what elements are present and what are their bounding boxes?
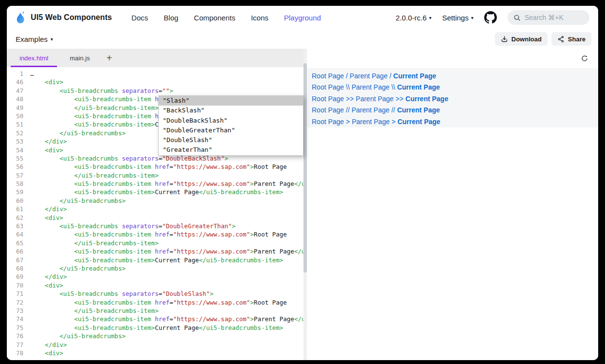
- code-line[interactable]: 1…: [7, 70, 303, 78]
- download-button[interactable]: Download: [495, 32, 548, 46]
- code-line[interactable]: 76 </ui5-breadcrumbs>: [7, 332, 303, 340]
- line-number: 51: [7, 120, 23, 128]
- breadcrumb-current: Current Page: [405, 95, 448, 103]
- code-line[interactable]: 47 <ui5-breadcrumbs separators="">: [7, 87, 303, 95]
- code-line[interactable]: 59 <ui5-breadcrumbs-item>Current Page</u…: [7, 188, 303, 196]
- tab-main.js[interactable]: main.js: [59, 49, 100, 67]
- breadcrumb-separator: /: [388, 72, 394, 80]
- breadcrumb-link[interactable]: Parent Page: [352, 106, 390, 114]
- code-line[interactable]: 75 <ui5-breadcrumbs-item>Current Page</u…: [7, 324, 303, 332]
- code-line[interactable]: 73 </ui5-breadcrumbs-item>: [7, 307, 303, 315]
- code-line[interactable]: 64 <ui5-breadcrumbs-item href="https://w…: [7, 230, 303, 238]
- examples-label: Examples: [16, 35, 48, 43]
- ui5-flame-logo-icon: [16, 11, 26, 24]
- tab-index.html[interactable]: index.html: [9, 49, 59, 67]
- code-line[interactable]: 61 </div>: [7, 205, 303, 213]
- code-line[interactable]: 46 <div>: [7, 78, 303, 86]
- autocomplete-item[interactable]: "GreaterThan": [159, 145, 303, 155]
- code-line[interactable]: 65 </ui5-breadcrumbs-item>: [7, 239, 303, 247]
- code-text: <ui5-breadcrumbs separators="DoubleGreat…: [30, 222, 236, 230]
- autocomplete-item[interactable]: "DoubleGreaterThan": [159, 126, 303, 135]
- refresh-button[interactable]: [580, 54, 589, 63]
- code-line[interactable]: 58 <ui5-breadcrumbs-item href="https://w…: [7, 180, 303, 188]
- examples-bar: Examples ▾ Download Share: [7, 29, 598, 49]
- code-line[interactable]: 66 <ui5-breadcrumbs-item href="https://w…: [7, 247, 303, 255]
- line-number: 60: [7, 197, 23, 205]
- header-nav: DocsBlogComponentsIconsPlayground: [132, 14, 321, 22]
- line-number: 54: [7, 146, 23, 154]
- code-line[interactable]: 56 <ui5-breadcrumbs-item href="https://w…: [7, 163, 303, 171]
- search-icon: [513, 14, 521, 21]
- line-number: 62: [7, 214, 23, 222]
- settings-menu[interactable]: Settings ▾: [442, 14, 473, 22]
- nav-item-components[interactable]: Components: [194, 14, 235, 22]
- preview-toolbar: [307, 49, 598, 68]
- line-number: 73: [7, 307, 23, 315]
- code-line[interactable]: 68 </ui5-breadcrumbs>: [7, 264, 303, 273]
- code-text: </ui5-breadcrumbs>: [30, 332, 126, 340]
- code-line[interactable]: 70 <div>: [7, 281, 303, 290]
- code-text: <ui5-breadcrumbs-item href="https://www.…: [30, 315, 303, 323]
- code-text: </ui5-breadcrumbs-item>: [30, 239, 158, 247]
- code-text: <ui5-breadcrumbs-item href="https://www.…: [30, 163, 287, 171]
- app-header: UI5 Web Components DocsBlogComponentsIco…: [7, 6, 598, 29]
- autocomplete-item[interactable]: "DoubleBackSlash": [159, 116, 303, 126]
- code-text: </ui5-breadcrumbs>: [30, 129, 126, 137]
- line-number: 59: [7, 188, 23, 196]
- breadcrumb-separator: \\: [390, 83, 397, 91]
- editor-scrollbar[interactable]: [303, 63, 307, 273]
- github-icon[interactable]: [484, 11, 497, 24]
- code-text: <ui5-breadcrumbs-item>Current Page</ui5-…: [30, 256, 283, 264]
- code-text: </ui5-breadcrumbs-item>: [30, 104, 158, 112]
- code-text: </ui5-breadcrumbs-item>: [30, 307, 158, 315]
- share-label: Share: [568, 36, 586, 43]
- line-number: 50: [7, 112, 23, 120]
- version-menu[interactable]: 2.0.0-rc.6 ▾: [396, 14, 431, 22]
- search-input[interactable]: [525, 14, 583, 21]
- breadcrumb-link[interactable]: Root Page: [312, 83, 344, 91]
- breadcrumb-link[interactable]: Parent Page: [352, 83, 390, 91]
- code-text: <ui5-breadcrumbs-item href="https://www.…: [30, 298, 287, 307]
- code-line[interactable]: 63 <ui5-breadcrumbs separators="DoubleGr…: [7, 222, 303, 230]
- preview-content: Root Page / Parent Page / Current PageRo…: [307, 68, 598, 127]
- autocomplete-item[interactable]: "Slash": [159, 96, 303, 106]
- code-line[interactable]: 67 <ui5-breadcrumbs-item>Current Page</u…: [7, 256, 303, 264]
- nav-item-playground[interactable]: Playground: [284, 14, 321, 22]
- line-number: 58: [7, 180, 23, 188]
- nav-item-docs[interactable]: Docs: [132, 14, 148, 22]
- breadcrumb-link[interactable]: Root Page: [312, 106, 344, 114]
- breadcrumb-separator: //: [344, 106, 352, 114]
- autocomplete-item[interactable]: "BackSlash": [159, 106, 303, 115]
- brand[interactable]: UI5 Web Components: [16, 11, 112, 24]
- breadcrumb-link[interactable]: Root Page: [312, 72, 344, 80]
- examples-menu[interactable]: Examples ▾: [16, 35, 53, 43]
- breadcrumb-link[interactable]: Parent Page: [352, 118, 390, 126]
- breadcrumb-link[interactable]: Parent Page: [350, 72, 388, 80]
- caret-down-icon: ▾: [429, 15, 432, 20]
- code-line[interactable]: 62 <div>: [7, 214, 303, 222]
- breadcrumb-link[interactable]: Parent Page: [356, 95, 394, 103]
- nav-item-icons[interactable]: Icons: [251, 14, 268, 22]
- nav-item-blog[interactable]: Blog: [164, 14, 178, 22]
- code-line[interactable]: 77 </div>: [7, 341, 303, 349]
- pane-divider[interactable]: [303, 49, 307, 360]
- share-button[interactable]: Share: [551, 32, 591, 46]
- add-tab-button[interactable]: +: [100, 49, 118, 67]
- code-line[interactable]: 60 </ui5-breadcrumbs>: [7, 197, 303, 205]
- breadcrumb-row: Root Page > Parent Page > Current Page: [312, 116, 598, 127]
- breadcrumb-link[interactable]: Root Page: [312, 118, 344, 126]
- breadcrumb-separator: //: [390, 106, 397, 114]
- code-line[interactable]: 72 <ui5-breadcrumbs-item href="https://w…: [7, 298, 303, 307]
- autocomplete-item[interactable]: "DoubleSlash": [159, 135, 303, 145]
- code-line[interactable]: 78 <div>: [7, 349, 303, 357]
- breadcrumb-link[interactable]: Root Page: [312, 95, 344, 103]
- code-line[interactable]: 69 </div>: [7, 273, 303, 281]
- code-text: <div>: [30, 214, 63, 222]
- breadcrumb-separator: >>: [394, 95, 405, 103]
- line-number: 70: [7, 281, 23, 290]
- code-line[interactable]: 71 <ui5-breadcrumbs separators="DoubleSl…: [7, 290, 303, 298]
- line-number: 66: [7, 247, 23, 255]
- code-line[interactable]: 57 </ui5-breadcrumbs-item>: [7, 171, 303, 180]
- code-text: <ui5-breadcrumbs-item>Current Page</ui5-…: [30, 188, 283, 196]
- code-line[interactable]: 74 <ui5-breadcrumbs-item href="https://w…: [7, 315, 303, 323]
